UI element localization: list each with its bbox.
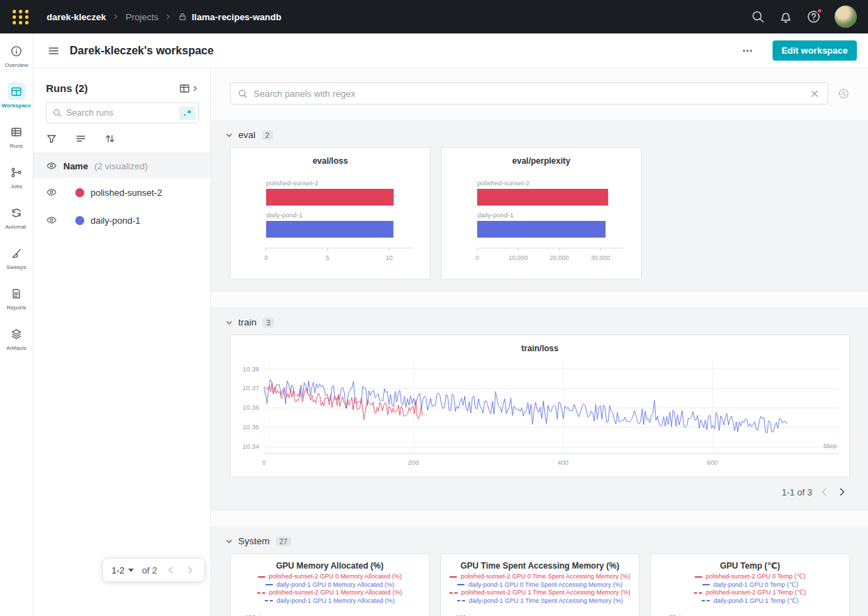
run-color-dot[interactable] [75,216,84,225]
svg-text:Step: Step [823,442,837,449]
legend-label: polished-sunset-2 GPU 1 Memory Allocated… [269,589,402,597]
regex-toggle-button[interactable]: .* [179,107,195,120]
group-button[interactable] [75,133,86,144]
legend-item[interactable]: daily-pond-1 GPU 1 Temp (℃) [658,597,842,606]
section-train: train 3 train/loss 10.3410.3510.3610.371… [211,307,868,511]
run-row[interactable]: daily-pond-1 [33,206,210,234]
runs-search-input[interactable] [66,108,175,118]
rail-item-runs[interactable]: Runs [1,123,33,150]
page-total: of 2 [142,565,157,576]
rail-item-overview[interactable]: Overview [1,42,33,69]
legend-line-icon [694,592,702,594]
train-section-pagination: 1-1 of 3 [221,486,850,498]
eye-icon[interactable] [46,160,57,171]
svg-text:10,000: 10,000 [509,254,528,261]
wandb-logo-icon[interactable] [13,10,29,24]
edit-workspace-button[interactable]: Edit workspace [773,40,857,61]
breadcrumb-user[interactable]: darek-kleczek [47,12,106,22]
panel-eval-perplexity[interactable]: eval/perplexity polished-sunset-2daily-p… [441,147,642,279]
runs-table-header[interactable]: Name (2 visualized) [33,153,210,178]
gpu-temp-chart: 3736.5 [653,608,849,616]
rail-label: Workspace [1,102,31,109]
legend-label: daily-pond-1 GPU 1 Time Spent Accessing … [469,597,623,606]
legend-line-icon [702,600,710,601]
svg-text:5: 5 [326,254,330,261]
breadcrumb-project[interactable]: llama-recipes-wandb [192,12,281,22]
more-options-button[interactable] [741,45,756,57]
svg-text:0: 0 [475,254,479,261]
section-system-header[interactable]: System 27 [221,534,850,553]
section-eval-header[interactable]: eval 2 [221,128,850,147]
funnel-icon [46,133,57,144]
breadcrumb-projects[interactable]: Projects [125,12,158,22]
next-page-button[interactable] [836,486,848,498]
sort-button[interactable] [104,133,116,144]
clear-search-icon[interactable] [809,88,821,99]
user-avatar[interactable] [835,6,857,28]
next-page-button[interactable] [185,564,196,576]
page-size-selector[interactable]: 1-2 [111,565,134,576]
notifications-bell-icon[interactable] [779,10,793,24]
legend-line-icon [449,576,457,578]
filter-button[interactable] [46,133,57,144]
section-name: System [238,536,270,546]
automations-icon [8,203,26,222]
panel-train-loss[interactable]: train/loss 10.3410.3510.3610.3710.380200… [230,334,850,477]
gpu-time-chart: 100 [444,608,640,616]
runs-panel: Runs (2) .* Name (2 visualized) polished… [33,68,211,616]
section-eval: eval 2 eval/loss polished-sunset-2daily-… [211,120,868,292]
panel-eval-loss[interactable]: eval/loss polished-sunset-2daily-pond-10… [230,147,431,279]
legend-item[interactable]: polished-sunset-2 GPU 0 Time Spent Acces… [448,573,633,581]
section-name: train [238,317,256,328]
run-name[interactable]: polished-sunset-2 [91,187,162,198]
legend-item[interactable]: polished-sunset-2 GPU 0 Temp (℃) [658,573,842,581]
legend-item[interactable]: daily-pond-1 GPU 0 Time Spent Accessing … [448,581,633,590]
panel-gpu-time-accessing-memory[interactable]: GPU Time Spent Accessing Memory (%) poli… [440,553,640,616]
rail-item-sweeps[interactable]: Sweeps [1,244,33,271]
rail-item-automations[interactable]: Automat. [1,203,33,231]
group-rows-icon [75,133,86,144]
run-name[interactable]: daily-pond-1 [91,215,141,226]
chart-title: GPU Memory Allocated (%) [231,561,429,571]
legend-item[interactable]: daily-pond-1 GPU 1 Time Spent Accessing … [448,597,633,606]
svg-text:daily-pond-1: daily-pond-1 [477,211,513,219]
chart-title: GPU Time Spent Accessing Memory (%) [441,561,640,571]
panel-gpu-memory-allocated[interactable]: GPU Memory Allocated (%) polished-sunset… [230,553,430,616]
legend-item[interactable]: daily-pond-1 GPU 1 Memory Allocated (%) [238,597,422,606]
chevron-right-icon [164,13,171,20]
section-train-header[interactable]: train 3 [221,316,850,334]
rail-item-jobs[interactable]: Jobs [1,163,33,190]
rail-item-artifacts[interactable]: Artifacts [1,325,33,352]
legend-item[interactable]: polished-sunset-2 GPU 1 Memory Allocated… [238,589,422,597]
panel-search-input[interactable] [254,88,804,99]
legend-label: polished-sunset-2 GPU 0 Temp (℃) [706,573,806,581]
legend-item[interactable]: polished-sunset-2 GPU 1 Time Spent Acces… [448,589,633,597]
legend-item[interactable]: polished-sunset-2 GPU 0 Memory Allocated… [238,573,422,581]
eye-icon[interactable] [46,187,57,198]
svg-text:10.36: 10.36 [242,403,259,411]
legend-line-icon [457,584,465,585]
prev-page-button[interactable] [818,486,830,498]
panel-gpu-temp[interactable]: GPU Temp (℃) polished-sunset-2 GPU 0 Tem… [650,553,850,616]
legend-item[interactable]: polished-sunset-2 GPU 1 Temp (℃) [658,589,842,597]
rail-item-reports[interactable]: Reports [1,284,33,311]
section-count-badge: 2 [262,130,273,140]
chevron-right-icon [191,84,199,93]
svg-text:0: 0 [264,254,268,261]
svg-text:10: 10 [386,254,393,261]
eye-icon[interactable] [46,215,57,226]
eval-perplexity-chart: polished-sunset-2daily-pond-1010,00020,0… [442,170,641,265]
search-icon[interactable] [751,10,765,24]
prev-page-button[interactable] [165,564,176,576]
hamburger-menu-icon[interactable] [47,45,60,57]
expand-runs-table-button[interactable] [179,83,199,94]
history-icon[interactable] [837,86,851,100]
run-row[interactable]: polished-sunset-2 [33,178,210,206]
rail-item-workspace[interactable]: Workspace [1,82,33,109]
legend-line-icon [258,576,265,578]
help-icon[interactable] [807,10,821,24]
runs-search: .* [46,102,199,123]
legend-item[interactable]: daily-pond-1 GPU 0 Temp (℃) [658,581,842,590]
run-color-dot[interactable] [75,188,84,197]
legend-item[interactable]: daily-pond-1 GPU 0 Memory Allocated (%) [238,581,422,590]
